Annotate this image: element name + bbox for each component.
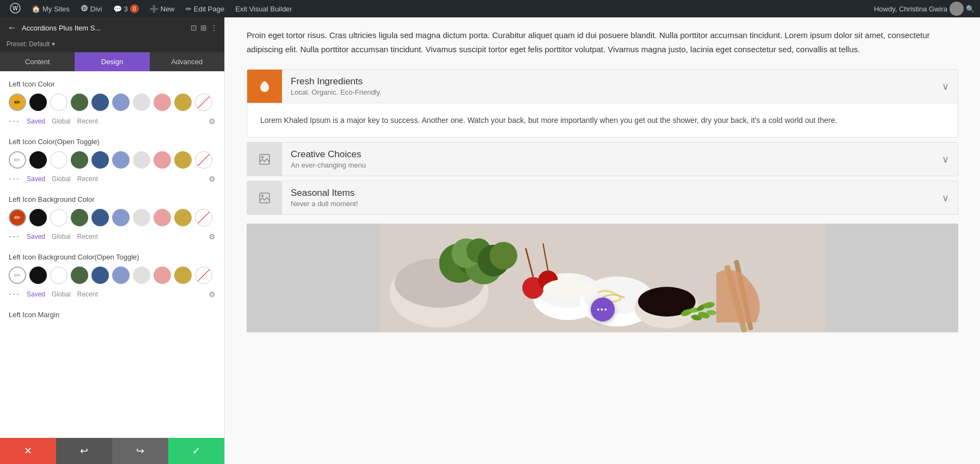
- color-settings-icon[interactable]: ⚙: [209, 117, 216, 126]
- preset-label[interactable]: Preset: Default: [7, 40, 50, 48]
- svg-rect-4: [260, 154, 270, 164]
- grid-icon[interactable]: ⊞: [200, 23, 207, 32]
- accordion-icon-seasonal: [247, 181, 282, 214]
- color-swatch-open-green[interactable]: [71, 151, 88, 169]
- color-swatch-bg-open-selected[interactable]: ✏: [9, 267, 26, 284]
- color-swatch-open-selected[interactable]: ✏: [9, 151, 26, 169]
- color-swatch-black[interactable]: [29, 94, 47, 111]
- accordion-chevron-seasonal[interactable]: ∨: [933, 181, 958, 214]
- color-swatch-bg-gold[interactable]: [174, 209, 192, 226]
- my-sites-menu[interactable]: 🏠 My Sites: [27, 0, 74, 17]
- color-settings-open-icon[interactable]: ⚙: [209, 175, 216, 183]
- color-swatch-bg-open-green[interactable]: [71, 267, 88, 284]
- page-body: Proin eget tortor risus. Cras ultricies …: [225, 17, 980, 343]
- color-swatch-bg-selected[interactable]: ✏: [9, 209, 26, 226]
- color-settings-bg-open-icon[interactable]: ⚙: [209, 290, 216, 299]
- recent-bg-open-btn[interactable]: Recent: [77, 290, 98, 298]
- back-button[interactable]: ←: [7, 22, 17, 34]
- exit-builder-btn[interactable]: Exit Visual Builder: [231, 0, 297, 17]
- accordion-chevron-fresh[interactable]: ∨: [933, 70, 958, 103]
- divi-menu[interactable]: D Divi: [76, 0, 107, 17]
- saved-open-btn[interactable]: Saved: [27, 175, 45, 183]
- accordion-chevron-creative[interactable]: ∨: [933, 143, 958, 176]
- left-icon-color-row: ✏: [9, 94, 216, 111]
- accordion-header-seasonal[interactable]: Seasonal Items Never a dull moment! ∨: [247, 181, 958, 214]
- color-swatch-open-gold[interactable]: [174, 151, 192, 169]
- cancel-button[interactable]: ✕: [0, 438, 56, 464]
- saved-btn[interactable]: Saved: [27, 117, 45, 125]
- floating-action-button[interactable]: •••: [591, 298, 615, 321]
- color-swatch-lightblue[interactable]: [112, 94, 130, 111]
- color-swatch-bg-open-none[interactable]: [195, 267, 212, 284]
- color-swatch-white[interactable]: [50, 94, 68, 111]
- accordion-header-fresh[interactable]: Fresh Ingredients Local. Organic. Eco-Fr…: [247, 70, 958, 103]
- tab-content[interactable]: Content: [0, 52, 75, 71]
- color-swatch-open-pink[interactable]: [154, 151, 171, 169]
- color-swatch-open-blue[interactable]: [91, 151, 109, 169]
- color-swatch-selected[interactable]: ✏: [9, 94, 26, 111]
- window-icon[interactable]: ⊡: [191, 23, 197, 32]
- color-swatch-bg-white[interactable]: [50, 209, 68, 226]
- svg-text:D: D: [83, 7, 85, 10]
- color-swatch-bg-lightblue[interactable]: [112, 209, 130, 226]
- more-colors-btn[interactable]: ···: [9, 115, 20, 127]
- admin-user[interactable]: Howdy, Christina Gwira 🔍: [874, 2, 975, 16]
- color-swatch-open-none[interactable]: [195, 151, 212, 169]
- color-swatch-open-black[interactable]: [29, 151, 47, 169]
- color-swatch-bg-pink[interactable]: [154, 209, 171, 226]
- more-colors-bg-btn[interactable]: ···: [9, 231, 20, 242]
- wp-logo[interactable]: W: [5, 0, 25, 17]
- color-swatch-none[interactable]: [195, 94, 212, 111]
- redo-button[interactable]: ↪: [112, 438, 168, 464]
- accordion-body-fresh: Lorem Khaled Ipsum is a major key to suc…: [247, 103, 958, 137]
- tab-advanced[interactable]: Advanced: [150, 52, 224, 71]
- svg-point-37: [543, 279, 592, 299]
- color-swatch-bg-open-lightblue[interactable]: [112, 267, 130, 284]
- color-settings-bg-icon[interactable]: ⚙: [209, 232, 216, 241]
- confirm-button[interactable]: ✓: [168, 438, 224, 464]
- accordion-header-creative[interactable]: Creative Choices An ever-changing menu ∨: [247, 143, 958, 176]
- more-icon[interactable]: ⋮: [210, 23, 218, 32]
- color-swatch-blue[interactable]: [91, 94, 109, 111]
- recent-btn[interactable]: Recent: [77, 117, 98, 125]
- color-swatch-bg-open-white[interactable]: [50, 267, 68, 284]
- new-menu[interactable]: ➕ New: [145, 0, 179, 17]
- color-swatch-bg-blue[interactable]: [91, 209, 109, 226]
- global-bg-btn[interactable]: Global: [52, 233, 71, 240]
- comments-menu[interactable]: 💬 3 0: [109, 0, 143, 17]
- color-swatch-bg-none[interactable]: [195, 209, 212, 226]
- color-swatch-open-lightblue[interactable]: [112, 151, 130, 169]
- tab-design[interactable]: Design: [75, 52, 149, 71]
- color-swatch-bg-open-pink[interactable]: [154, 267, 171, 284]
- color-swatch-bg-open-black[interactable]: [29, 267, 47, 284]
- color-swatch-green[interactable]: [71, 94, 88, 111]
- color-swatch-bg-lightgray[interactable]: [133, 209, 150, 226]
- color-swatch-bg-open-blue[interactable]: [91, 267, 109, 284]
- color-swatch-bg-open-lightgray[interactable]: [133, 267, 150, 284]
- global-btn[interactable]: Global: [52, 117, 71, 125]
- edit-page-btn[interactable]: ✏ Edit Page: [181, 0, 229, 17]
- color-swatch-bg-black[interactable]: [29, 209, 47, 226]
- global-bg-open-btn[interactable]: Global: [52, 290, 71, 298]
- saved-bg-open-btn[interactable]: Saved: [27, 290, 45, 298]
- more-colors-bg-open-btn[interactable]: ···: [9, 288, 20, 300]
- undo-button[interactable]: ↩: [56, 438, 112, 464]
- more-colors-open-btn[interactable]: ···: [9, 173, 20, 184]
- recent-open-btn[interactable]: Recent: [77, 175, 98, 183]
- search-admin-icon[interactable]: 🔍: [966, 5, 975, 13]
- color-swatch-pink[interactable]: [154, 94, 171, 111]
- color-swatch-bg-open-gold[interactable]: [174, 267, 192, 284]
- color-swatch-open-white[interactable]: [50, 151, 68, 169]
- color-swatch-open-lightgray[interactable]: [133, 151, 150, 169]
- house-icon: 🏠: [32, 5, 40, 13]
- color-swatch-lightgray[interactable]: [133, 94, 150, 111]
- color-swatch-bg-green[interactable]: [71, 209, 88, 226]
- saved-bg-btn[interactable]: Saved: [27, 233, 45, 240]
- global-open-btn[interactable]: Global: [52, 175, 71, 183]
- settings-panel: ← Accordions Plus Item S... ⊡ ⊞ ⋮ Preset…: [0, 17, 225, 464]
- color-swatch-gold[interactable]: [174, 94, 192, 111]
- svg-text:W: W: [13, 5, 18, 11]
- accordion-item-seasonal: Seasonal Items Never a dull moment! ∨: [247, 181, 958, 215]
- left-icon-color-open-actions: ··· Saved Global Recent ⚙: [9, 173, 216, 184]
- recent-bg-btn[interactable]: Recent: [77, 233, 98, 240]
